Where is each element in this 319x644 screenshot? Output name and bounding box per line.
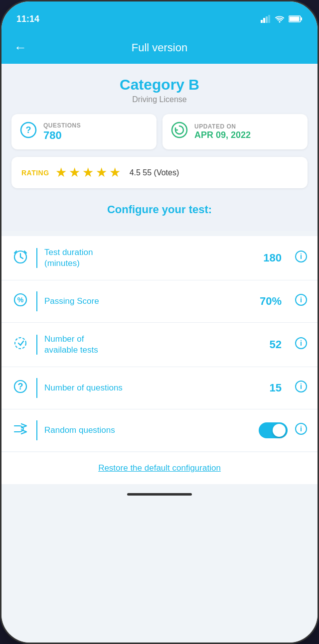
questions-info: QUESTIONS 780: [43, 122, 81, 142]
settings-list: Test duration(minutes) 180 i %: [1, 236, 318, 451]
num-questions-value: 15: [270, 382, 282, 394]
svg-text:?: ?: [18, 382, 23, 391]
test-duration-info-icon[interactable]: i: [295, 250, 308, 266]
rating-votes: 55 (Votes): [143, 168, 179, 177]
svg-line-21: [20, 341, 23, 345]
category-title: Category B: [11, 76, 308, 93]
setting-item-passing-score[interactable]: % Passing Score 70% i: [1, 280, 318, 323]
available-tests-label: Number ofavailable tests: [44, 334, 263, 356]
rating-label: RATING: [21, 169, 49, 177]
updated-info: UPDATED ON APR 09, 2022: [194, 123, 251, 140]
restore-section: Restore the default configuration: [1, 452, 318, 484]
status-bar: 11:14: [1, 1, 318, 31]
rating-score: 4.5: [130, 168, 141, 177]
stats-row: ? QUESTIONS 780: [11, 114, 308, 149]
test-duration-label: Test duration(minutes): [44, 247, 256, 269]
passing-score-info-icon[interactable]: i: [295, 293, 308, 309]
available-tests-value: 52: [270, 338, 282, 351]
signal-icon: [261, 15, 271, 23]
main-content: Category B Driving License ? QUESTIONS 7…: [1, 64, 318, 644]
svg-point-19: [15, 338, 26, 349]
svg-text:i: i: [300, 383, 302, 390]
svg-text:i: i: [300, 296, 302, 304]
random-questions-label: Random questions: [44, 425, 252, 436]
question-icon: ?: [11, 379, 29, 398]
svg-text:?: ?: [26, 125, 31, 135]
updated-card: UPDATED ON APR 09, 2022: [162, 114, 308, 149]
status-icons: [261, 15, 303, 23]
svg-rect-5: [301, 17, 302, 20]
svg-rect-3: [268, 15, 270, 23]
stars: ★ ★ ★ ★ ★: [55, 165, 121, 180]
back-button[interactable]: ←: [14, 40, 27, 55]
svg-point-9: [172, 123, 187, 137]
configure-title: Configure your test:: [11, 191, 308, 221]
alarm-icon: [11, 249, 29, 268]
num-questions-label: Number of questions: [44, 383, 263, 393]
questions-value: 780: [43, 129, 81, 142]
updated-value: APR 09, 2022: [194, 130, 251, 140]
home-bar: [127, 493, 192, 496]
star-5: ★: [109, 165, 121, 180]
battery-icon: [289, 15, 303, 23]
header-title: Full version: [132, 41, 187, 54]
app-header: ← Full version: [1, 31, 318, 64]
setting-item-num-questions[interactable]: ? Number of questions 15 i: [1, 367, 318, 409]
divider: [36, 291, 37, 311]
setting-item-test-duration[interactable]: Test duration(minutes) 180 i: [1, 236, 318, 280]
star-1: ★: [55, 165, 67, 180]
category-subtitle: Driving License: [11, 95, 308, 104]
toggle-knob: [273, 424, 286, 437]
wifi-icon: [275, 15, 285, 23]
random-questions-toggle[interactable]: [259, 422, 288, 438]
svg-line-12: [20, 257, 23, 258]
updated-icon: [170, 121, 188, 142]
test-duration-value: 180: [263, 252, 282, 264]
toggle-container: [259, 422, 288, 438]
rating-text: 4.5 55 (Votes): [130, 168, 179, 177]
questions-card: ? QUESTIONS 780: [11, 114, 157, 149]
status-time: 11:14: [16, 14, 39, 24]
available-tests-info-icon[interactable]: i: [295, 337, 308, 353]
star-2: ★: [69, 165, 80, 180]
svg-text:%: %: [17, 296, 24, 304]
tests-icon: [11, 335, 29, 355]
questions-label: QUESTIONS: [43, 122, 81, 129]
star-4: ★: [96, 165, 107, 180]
svg-text:i: i: [300, 253, 302, 260]
phone-frame: 11:14 ← Full version: [0, 0, 319, 644]
setting-item-available-tests[interactable]: Number ofavailable tests 52 i: [1, 323, 318, 367]
svg-text:i: i: [300, 425, 302, 433]
random-questions-info-icon[interactable]: i: [295, 422, 308, 438]
svg-rect-1: [263, 18, 265, 23]
divider: [36, 335, 37, 355]
restore-link[interactable]: Restore the default configuration: [98, 463, 221, 473]
num-questions-info-icon[interactable]: i: [295, 380, 308, 396]
svg-text:i: i: [300, 339, 302, 347]
divider: [36, 420, 37, 440]
star-3: ★: [82, 165, 94, 180]
rating-card: RATING ★ ★ ★ ★ ★ 4.5 55 (Votes): [11, 157, 308, 188]
svg-rect-6: [290, 17, 300, 21]
questions-icon: ?: [19, 121, 37, 142]
divider: [36, 248, 37, 268]
home-indicator: [1, 484, 318, 504]
updated-label: UPDATED ON: [194, 123, 251, 130]
divider: [36, 378, 37, 398]
percent-icon: %: [11, 292, 29, 311]
passing-score-label: Passing Score: [44, 296, 253, 307]
svg-rect-0: [261, 20, 263, 23]
svg-rect-2: [266, 16, 268, 23]
top-section: Category B Driving License ? QUESTIONS 7…: [1, 64, 318, 231]
setting-item-random-questions[interactable]: Random questions i: [1, 409, 318, 451]
passing-score-value: 70%: [260, 295, 282, 308]
shuffle-icon: [11, 421, 29, 440]
